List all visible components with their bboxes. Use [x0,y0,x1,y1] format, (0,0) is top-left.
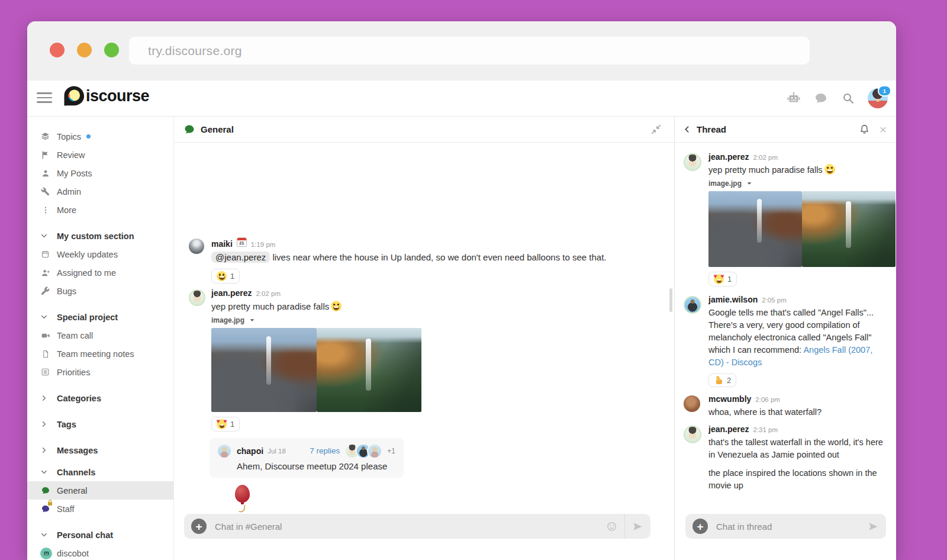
sidebar-item-bugs[interactable]: Bugs [27,282,173,300]
message-username[interactable]: maiki [211,239,233,249]
chat-bubble-icon [183,124,195,136]
thread-panel: Thread × [675,117,896,560]
close-window-button[interactable] [50,43,65,57]
sidebar-dm-discobot[interactable]: discobot [27,544,173,560]
thread-message-list: jean.perez 2:02 pm yep pretty much parad… [675,143,896,514]
collapse-panel-icon[interactable] [651,124,661,134]
reaction-chip[interactable]: 1 [708,272,737,287]
robot-avatar [40,548,52,559]
message-timestamp: 2:31 pm [753,426,778,433]
avatar[interactable] [189,239,204,254]
thread-preview[interactable]: chapoi Jul 18 7 replies [210,438,404,478]
sidebar-section-channels[interactable]: Channels [27,463,173,481]
address-bar[interactable]: try.discourse.org [129,37,810,65]
heart-eyes-emoji [714,274,724,284]
message-username[interactable]: jean.perez [211,288,252,298]
sidebar-item-topics[interactable]: Topics [27,127,173,146]
avatar[interactable] [189,289,205,306]
sidebar-item-label: General [57,486,88,495]
chevron-down-icon [40,314,47,321]
sidebar-item-team-call[interactable]: Team call [27,326,173,345]
paradise-falls-image[interactable] [211,328,317,412]
sidebar-section-tags[interactable]: Tags [27,415,173,433]
user-icon [40,168,50,178]
send-icon[interactable] [632,521,643,532]
avatar[interactable] [684,153,701,171]
bell-icon[interactable] [859,124,870,135]
sidebar-item-more[interactable]: More [27,201,173,219]
scrollbar-thumb[interactable] [669,288,672,312]
reaction-chip[interactable]: 2 [708,374,736,387]
message-username[interactable]: jamie.wilson [708,295,758,304]
message-timestamp: 2:02 pm [753,154,778,161]
send-icon[interactable] [868,521,879,532]
sidebar-section-personal-chat[interactable]: Personal chat [27,526,173,544]
back-icon[interactable] [683,125,691,133]
angel-falls-image[interactable] [802,191,896,267]
paradise-falls-image[interactable] [708,191,802,267]
sidebar-item-label: Review [57,150,85,160]
message-username[interactable]: mcwumbly [708,394,751,404]
sidebar-section-my-custom-section[interactable]: My custom section [27,227,173,245]
avatar[interactable] [684,426,701,443]
replies-link[interactable]: 7 replies [310,446,340,455]
discourse-logo-mark-icon [63,85,85,107]
message-username[interactable]: chapoi [237,446,263,456]
sidebar-item-my-posts[interactable]: My Posts [27,164,173,182]
discourse-logo[interactable]: iscourse [63,85,149,107]
search-icon[interactable] [840,91,856,106]
sidebar-item-team-meeting-notes[interactable]: Team meeting notes [27,345,173,363]
sidebar-item-priorities[interactable]: Priorities [27,363,173,381]
thread-message-input[interactable] [715,521,868,532]
angel-falls-image[interactable] [317,328,421,412]
sidebar-section-categories[interactable]: Categories [27,389,173,407]
close-icon[interactable]: × [880,123,887,136]
sidebar-item-review[interactable]: Review [27,146,173,164]
sidebar-section-title: Special project [57,313,118,322]
add-attachment-button[interactable]: + [692,519,708,534]
sidebar-item-label: Topics [57,132,81,141]
reaction-chip[interactable]: 1 [211,417,240,432]
thread-message-jean: jean.perez 2:02 pm yep pretty much parad… [684,152,884,287]
attachment-toggle[interactable]: image.jpg [708,179,896,188]
reaction-chip[interactable]: 1 [211,269,240,284]
avatar[interactable] [684,395,700,412]
sidebar-item-weekly-updates[interactable]: Weekly updates [27,245,173,263]
channel-message-input[interactable] [214,521,606,532]
minimize-window-button[interactable] [77,43,92,57]
sidebar-channel-staff[interactable]: Staff [27,500,173,518]
sidebar-item-label: Weekly updates [57,250,118,259]
message-username[interactable]: jean.perez [708,424,749,434]
laughing-emoji [217,271,227,281]
sidebar-channel-general[interactable]: General [27,481,173,500]
flag-icon [40,150,50,160]
chat-bubble-icon[interactable] [813,91,829,106]
sidebar-section-messages[interactable]: Messages [27,441,173,459]
message-timestamp: 2:06 pm [755,396,780,403]
chat-message-jean: jean.perez 2:02 pm yep pretty much parad… [189,288,674,514]
sidebar-section-special-project[interactable]: Special project [27,308,173,326]
desktop-background: try.discourse.org iscourse [0,0,947,560]
hamburger-menu-icon[interactable] [37,92,52,104]
thread-message-jean2: jean.perez 2:31 pm that's the tallest wa… [684,424,884,492]
message-timestamp: 2:05 pm [762,297,787,304]
avatar[interactable] [684,296,701,314]
sidebar-section-title: My custom section [57,231,134,241]
sidebar-section-title: Channels [57,468,95,477]
sidebar-item-assigned-to-me[interactable]: Assigned to me [27,263,173,282]
robot-icon[interactable] [786,91,801,106]
user-menu[interactable]: 1 [868,88,888,108]
list-icon [40,367,50,377]
add-attachment-button[interactable]: + [191,519,207,534]
sidebar: Topics Review My Posts [27,117,173,560]
balloon-emoji [234,485,252,512]
sidebar-item-label: Priorities [57,368,90,377]
thread-composer: + [685,514,886,539]
user-mention[interactable]: @jean.perez [211,252,270,263]
maximize-window-button[interactable] [104,43,119,57]
message-username[interactable]: jean.perez [708,152,749,162]
heart-eyes-emoji [217,419,227,429]
attachment-toggle[interactable]: image.jpg [211,316,421,324]
sidebar-item-admin[interactable]: Admin [27,182,173,201]
emoji-picker-icon[interactable] [606,521,617,532]
